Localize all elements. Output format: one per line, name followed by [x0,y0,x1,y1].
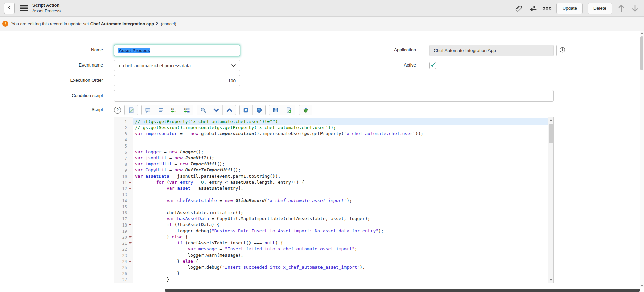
code-fold-arrow-icon[interactable] [129,188,132,189]
script-code-editor[interactable]: 1234567891011121314151617181920212223242… [114,117,554,283]
line-number: 14 [122,198,127,203]
active-checkbox[interactable] [429,62,436,69]
code-fold-arrow-icon[interactable] [129,236,132,238]
code-line[interactable]: logger.debug("Insert succeeded into x_ch… [133,264,548,270]
update-set-warning-banner: ! You are editing this record in update … [0,17,644,31]
delete-button[interactable]: Delete [588,3,612,14]
update-button[interactable]: Update [556,3,583,14]
code-fold-arrow-icon[interactable] [129,261,132,262]
editor-scroll-down-icon[interactable] [548,277,554,283]
syntax-check-button[interactable] [125,105,138,115]
screen: Script Action Asset Process Update Delet… [0,0,644,292]
code-line[interactable]: var assetData = jsonUtil.parse(event.par… [133,173,548,179]
code-line[interactable]: var chefAssetsTable = new GlideRecord('x… [133,197,548,204]
header-bar: Script Action Asset Process Update Delet… [0,0,644,17]
debug-icon [303,107,309,113]
code-fold-arrow-icon[interactable] [129,224,132,226]
code-line[interactable]: if (chefAssetsTable.insert() === null) { [133,240,548,246]
line-number: 19 [122,229,127,234]
gutter-line: 7 [114,155,133,161]
replace-all-button[interactable]: ab [180,105,193,115]
find-next-icon [213,107,219,113]
editor-help-icon: ? [256,107,262,113]
code-line[interactable] [133,191,548,197]
line-number: 11 [122,180,127,185]
debug-button[interactable] [299,105,312,115]
cancel-update-set-link[interactable]: (cancel) [161,21,176,26]
bottom-update-button-cutoff[interactable] [3,288,15,292]
back-chevron-icon [7,5,12,11]
line-number: 6 [125,150,127,155]
application-info-button[interactable] [556,45,568,56]
code-line[interactable] [133,204,548,210]
gutter-line: 18 [114,222,133,228]
page-scrollbar-thumb[interactable] [640,36,643,70]
code-line[interactable]: var asset = assetData[entry]; [133,185,548,191]
line-number: 18 [122,223,127,228]
replace-button[interactable]: abac [167,105,180,115]
code-line[interactable]: var hasAssetData = CopyUtil.MapToImportT… [133,216,548,222]
validate-button[interactable] [282,105,295,115]
code-line[interactable]: var logger = new Logger(); [133,149,548,155]
code-line[interactable]: var CopyUtil = new BufferToImportUtil(); [133,167,548,173]
code-line[interactable]: var jsonUtil = new JsonUtil(); [133,155,548,161]
save-button[interactable] [269,105,282,115]
line-number: 9 [125,168,127,173]
script-help-icon[interactable]: ? [114,107,121,114]
line-number: 24 [122,259,127,264]
editor-scroll-up-icon[interactable] [548,117,554,123]
code-line[interactable]: logger.debug("Business Rule Insert to As… [133,228,548,234]
open-in-window-button[interactable] [240,105,253,115]
editor-help-button[interactable]: ? [253,105,265,115]
comment-icon [145,107,151,113]
back-button[interactable] [4,3,15,14]
gutter-line: 25 [114,264,133,270]
line-number: 26 [122,271,127,276]
find-next-button[interactable] [210,105,223,115]
check-icon [430,62,435,69]
attachment-paperclip-icon[interactable] [514,4,523,13]
code-line[interactable]: var importUtil = new ImportUtil(); [133,161,548,167]
code-line[interactable]: var message = "Insert failed into x_chef… [133,246,548,252]
code-line[interactable]: } [133,276,548,283]
editor-scrollbar[interactable] [548,117,553,283]
code-line[interactable]: // if(gs.getProperty('x_chef_automate.ch… [133,118,548,125]
code-line[interactable]: logger.warn(message); [133,252,548,258]
page-scroll-up-icon[interactable] [641,32,643,34]
code-fold-arrow-icon[interactable] [129,242,132,244]
context-menu-icon[interactable] [19,5,28,12]
bottom-delete-button-cutoff[interactable] [34,288,43,292]
editor-code-area[interactable]: // if(gs.getProperty('x_chef_automate.ch… [133,117,548,283]
more-options-icon[interactable] [542,4,552,13]
comment-button[interactable] [142,105,154,115]
code-line[interactable]: } else { [133,258,548,264]
find-previous-button[interactable] [223,105,236,115]
code-line[interactable]: chefAssetsTable.initialize(); [133,210,548,216]
previous-record-arrow-icon[interactable] [617,4,626,13]
code-line[interactable]: if (!hasAssetData) { [133,222,548,228]
event-name-select[interactable]: x_chef_automate.chef.process.data [114,60,240,71]
code-line[interactable]: for (var entry = 0; entry < assetData.le… [133,179,548,185]
format-code-button[interactable] [154,105,167,115]
script-toolbar-groups: abacab? [124,105,312,115]
code-line[interactable] [133,137,548,143]
personalize-form-sliders-icon[interactable] [528,4,538,13]
editor-scroll-thumb[interactable] [549,124,553,143]
execution-order-input[interactable]: 100 [114,75,240,86]
name-input[interactable]: Asset Process [114,45,240,56]
search-button[interactable] [197,105,210,115]
next-record-arrow-icon[interactable] [630,4,639,13]
code-fold-arrow-icon[interactable] [129,182,132,183]
condition-script-label: Condition script [29,93,103,98]
code-line[interactable]: // gs.getSession().impersonate(gs.getPro… [133,125,548,131]
code-line[interactable]: } else { [133,234,548,240]
horizontal-scrollbar-thumb[interactable] [165,289,640,292]
script-label: Script [29,107,103,112]
warning-text: You are editing this record in update se… [11,21,176,26]
svg-text:ac: ac [174,110,176,113]
code-line[interactable]: } [133,270,548,276]
condition-script-input[interactable] [114,90,554,102]
name-label: Name [29,47,103,52]
code-line[interactable]: var impersonator = new global.impersinat… [133,131,548,137]
code-line[interactable] [133,143,548,149]
